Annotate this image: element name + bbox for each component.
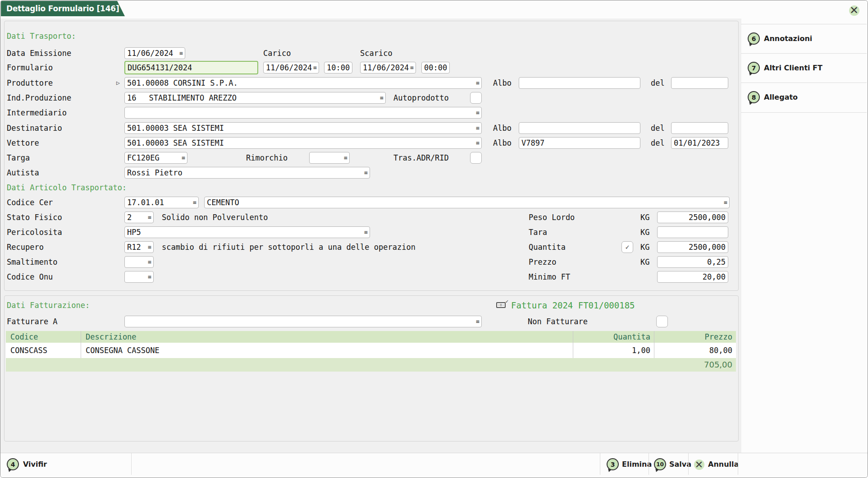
- targa-field[interactable]: FC120EG ≡: [124, 152, 187, 164]
- carico-time-field[interactable]: 10:00: [324, 62, 352, 74]
- produttore-del-field[interactable]: [671, 77, 728, 89]
- scarico-time-field[interactable]: 00:00: [421, 62, 450, 74]
- field-menu-icon[interactable]: ≡: [147, 259, 151, 265]
- field-menu-icon[interactable]: ≡: [181, 155, 185, 161]
- smaltimento-field[interactable]: ≡: [124, 256, 154, 268]
- smaltimento-label: Smaltimento: [7, 256, 58, 268]
- footer-divider: [688, 453, 689, 475]
- vettore-del-label: del: [651, 137, 665, 149]
- field-menu-icon[interactable]: ≡: [192, 199, 196, 206]
- field-menu-icon[interactable]: ≡: [475, 80, 479, 86]
- field-menu-icon[interactable]: ≡: [364, 170, 367, 176]
- recupero-field[interactable]: R12 ≡: [124, 241, 154, 253]
- pericolosita-field[interactable]: HP5 ≡: [124, 226, 370, 238]
- minimo-ft-field[interactable]: 20,00: [657, 271, 728, 283]
- tara-label: Tara: [529, 226, 547, 238]
- elimina-button[interactable]: 3 Elimina: [607, 458, 647, 470]
- field-menu-icon[interactable]: ≡: [147, 244, 151, 250]
- field-menu-icon[interactable]: ≡: [313, 64, 316, 71]
- field-menu-icon[interactable]: ≡: [147, 214, 151, 221]
- recupero-label: Recupero: [7, 241, 44, 253]
- vettore-albo-field[interactable]: V7897: [519, 137, 640, 149]
- destinatario-albo-field[interactable]: [519, 122, 640, 134]
- footer-divider: [738, 453, 738, 475]
- stato-fisico-label: Stato Fisico: [7, 211, 62, 223]
- ind-produzione-field[interactable]: 16 STABILIMENTO AREZZO ≡: [124, 92, 386, 104]
- table-row[interactable]: CONSCASS CONSEGNA CASSONE 1,00 80,00: [6, 343, 736, 358]
- destinatario-field[interactable]: 501.00003 SEA SISTEMI ≡: [124, 122, 482, 134]
- prezzo-label: Prezzo: [529, 256, 556, 268]
- field-menu-icon[interactable]: ≡: [147, 274, 151, 280]
- annulla-button[interactable]: ✕ Annulla: [693, 458, 738, 470]
- vivifir-button[interactable]: 4 Vivifir: [7, 458, 128, 470]
- intermediario-field[interactable]: ≡: [124, 107, 482, 119]
- vettore-field[interactable]: 501.00003 SEA SISTEMI ≡: [124, 137, 482, 149]
- footer-divider: [649, 453, 649, 475]
- field-menu-icon[interactable]: ≡: [723, 199, 727, 206]
- produttore-albo-field[interactable]: [519, 77, 640, 89]
- key-8-icon: 8: [748, 91, 760, 103]
- produttore-albo-label: Albo: [493, 77, 512, 89]
- rimorchio-field[interactable]: ≡: [309, 152, 350, 164]
- cancel-x-icon: ✕: [693, 458, 705, 471]
- field-menu-icon[interactable]: ≡: [475, 125, 479, 131]
- recupero-desc: scambio di rifiuti per sottoporli a una …: [162, 241, 416, 253]
- field-menu-icon[interactable]: ≡: [179, 50, 183, 56]
- data-emissione-value: 11/06/2024: [127, 49, 173, 58]
- produttore-field[interactable]: 501.00008 CORSINI S.P.A. ≡: [124, 77, 482, 89]
- vettore-del-field[interactable]: 01/01/2023: [671, 137, 728, 149]
- tras-adr-checkbox[interactable]: [470, 152, 482, 164]
- dettaglio-formulario-window: Dettaglio Formulario [146] ✕ Dati Traspo…: [0, 0, 868, 478]
- invoice-check-icon: -o- ✓: [496, 300, 507, 308]
- sidebar-divider: [741, 83, 867, 83]
- key-7-icon: 7: [748, 62, 760, 74]
- table-header-row: Codice Descrizione Quantita Prezzo: [6, 331, 736, 343]
- quantita-check-button[interactable]: ✓: [621, 241, 633, 253]
- prezzo-field[interactable]: 0,25: [657, 256, 728, 268]
- codice-onu-field[interactable]: ≡: [124, 271, 154, 283]
- autoprodotto-label: Autoprodotto: [393, 92, 449, 104]
- data-emissione-field[interactable]: 11/06/2024 ≡: [124, 47, 185, 59]
- ind-produzione-label: Ind.Produzione: [7, 92, 71, 104]
- tara-kg-label: KG: [640, 226, 649, 238]
- autista-field[interactable]: Rossi Pietro ≡: [124, 167, 370, 179]
- allegato-button[interactable]: 8 Allegato: [744, 91, 866, 103]
- fattura-reference[interactable]: Fattura 2024 FT01/000185: [511, 299, 635, 311]
- field-menu-icon[interactable]: ≡: [475, 140, 479, 146]
- stato-fisico-field[interactable]: 2 ≡: [124, 211, 154, 223]
- formulario-label: Formulario: [7, 62, 53, 74]
- quantita-field[interactable]: 2500,000: [657, 241, 728, 253]
- codice-cer-desc-field[interactable]: CEMENTO ≡: [204, 197, 730, 208]
- autista-label: Autista: [7, 167, 39, 179]
- destinatario-del-field[interactable]: [671, 122, 728, 134]
- codice-cer-field[interactable]: 17.01.01 ≡: [124, 197, 199, 208]
- sidebar-panel: [741, 18, 868, 453]
- check-icon: ✓: [625, 243, 629, 251]
- field-menu-icon[interactable]: ≡: [364, 229, 367, 235]
- field-menu-icon[interactable]: ≡: [475, 318, 479, 325]
- field-menu-icon[interactable]: ≡: [410, 64, 413, 71]
- autoprodotto-checkbox[interactable]: [470, 92, 482, 104]
- carico-date-field[interactable]: 11/06/2024 ≡: [263, 62, 319, 74]
- altri-clienti-ft-button[interactable]: 7 Altri Clienti FT: [744, 62, 866, 74]
- section-dati-fatturazione: Dati Fatturazione:: [7, 299, 90, 311]
- key-3-icon: 3: [607, 458, 619, 470]
- formulario-field[interactable]: DUG654131/2024: [124, 61, 258, 74]
- field-menu-icon[interactable]: ≡: [379, 95, 383, 101]
- fatturare-a-field[interactable]: ≡: [124, 316, 482, 327]
- field-menu-icon[interactable]: ≡: [343, 155, 347, 161]
- tara-field[interactable]: [657, 226, 728, 238]
- section-dati-trasporto: Dati Trasporto:: [7, 30, 76, 42]
- window-title-tab: Dettaglio Formulario [146]: [1, 1, 132, 16]
- expand-icon[interactable]: ▷: [116, 77, 120, 89]
- non-fatturare-checkbox[interactable]: [656, 316, 668, 327]
- salva-button[interactable]: 10 Salva: [654, 458, 688, 470]
- field-menu-icon[interactable]: ≡: [475, 110, 479, 116]
- vettore-albo-label: Albo: [493, 137, 512, 149]
- sidebar-divider: [741, 112, 867, 113]
- minimo-ft-label: Minimo FT: [529, 271, 570, 283]
- scarico-date-field[interactable]: 11/06/2024 ≡: [360, 62, 416, 74]
- close-button[interactable]: ✕: [848, 4, 860, 17]
- annotazioni-button[interactable]: 6 Annotazioni: [744, 32, 866, 45]
- peso-lordo-field[interactable]: 2500,000: [657, 211, 728, 223]
